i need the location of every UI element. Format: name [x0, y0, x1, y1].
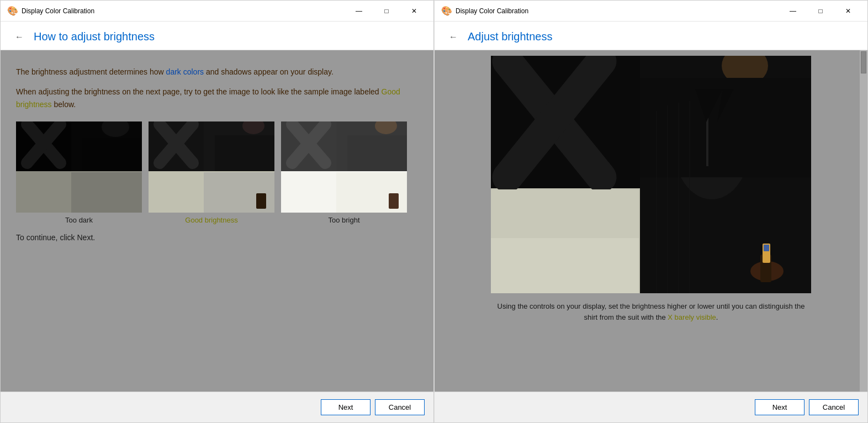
left-svg-too-bright [281, 121, 407, 213]
svg-rect-16 [256, 193, 266, 209]
left-titlebar-left: 🎨 Display Color Calibration [7, 6, 94, 17]
left-svg-too-dark [16, 121, 142, 213]
left-img-too-dark [16, 121, 142, 213]
left-img-good [149, 121, 274, 213]
svg-rect-23 [347, 135, 407, 171]
right-cancel-button[interactable]: Cancel [809, 399, 859, 415]
svg-rect-7 [71, 172, 142, 213]
left-back-button[interactable]: ← [12, 31, 27, 43]
right-window-header: ← Adjust brightness [435, 22, 867, 50]
right-content-area: Using the controls on your display, set … [435, 50, 867, 392]
right-maximize-button[interactable]: □ [808, 3, 833, 19]
right-bottom-desc: Using the controls on your display, set … [450, 301, 852, 322]
left-label-too-bright: Too bright [328, 216, 359, 224]
left-minimize-button[interactable]: — [346, 3, 372, 19]
svg-rect-25 [389, 193, 399, 209]
right-big-image [491, 56, 811, 293]
right-back-button[interactable]: ← [446, 31, 461, 43]
right-titlebar-left: 🎨 Display Color Calibration [441, 6, 528, 17]
left-svg-good [149, 121, 274, 213]
left-content-area: The brightness adjustment determines how… [1, 50, 433, 392]
right-scrollbar-track[interactable] [860, 50, 867, 392]
left-footer: Next Cancel [1, 392, 433, 422]
right-titlebar: 🎨 Display Color Calibration — □ ✕ [435, 1, 867, 22]
right-close-button[interactable]: ✕ [835, 3, 861, 19]
left-win-controls: — □ ✕ [346, 3, 427, 19]
left-close-button[interactable]: ✕ [401, 3, 427, 19]
left-label-good: Good brightness [185, 216, 237, 224]
svg-rect-46 [491, 238, 639, 293]
left-label-too-dark: Too dark [65, 216, 93, 224]
left-sample-too-dark: Too dark [16, 121, 142, 224]
left-label-good-text: Good brightness [185, 216, 237, 224]
left-window-header: ← How to adjust brightness [1, 22, 433, 50]
left-highlight-dark-colors: dark colors [166, 67, 204, 76]
svg-rect-6 [82, 138, 142, 171]
left-continue-text: To continue, click Next. [16, 233, 418, 242]
left-title-text: Display Color Calibration [22, 7, 94, 15]
left-sample-good: Good brightness [149, 121, 274, 224]
right-minimize-button[interactable]: — [780, 3, 806, 19]
app-icon-right: 🎨 [441, 6, 452, 17]
right-next-button[interactable]: Next [755, 399, 805, 415]
left-maximize-button[interactable]: □ [374, 3, 399, 19]
right-title-text: Display Color Calibration [456, 7, 528, 15]
left-cancel-button[interactable]: Cancel [375, 399, 425, 415]
left-images-row: Too dark [16, 121, 418, 224]
left-img-too-bright [281, 121, 407, 213]
left-para1: The brightness adjustment determines how… [16, 66, 418, 78]
right-footer: Next Cancel [435, 392, 867, 422]
right-page-title: Adjust brightness [468, 30, 552, 43]
left-page-title: How to adjust brightness [34, 30, 155, 43]
right-window: 🎨 Display Color Calibration — □ ✕ ← Adju… [434, 0, 868, 423]
left-highlight-good-brightness: Good brightness [16, 87, 400, 108]
left-sample-too-bright: Too bright [281, 121, 407, 224]
right-win-controls: — □ ✕ [780, 3, 861, 19]
right-scrollbar-thumb[interactable] [861, 51, 866, 73]
left-next-button[interactable]: Next [321, 399, 371, 415]
svg-rect-40 [764, 245, 769, 251]
svg-rect-14 [215, 135, 274, 171]
app-icon-left: 🎨 [7, 6, 18, 17]
left-window: 🎨 Display Color Calibration — □ ✕ ← How … [0, 0, 434, 423]
left-titlebar: 🎨 Display Color Calibration — □ ✕ [1, 1, 433, 22]
right-scene-svg [491, 56, 811, 293]
left-para2: When adjusting the brightness on the nex… [16, 86, 418, 110]
right-highlight-x: X barely visible [668, 313, 716, 321]
